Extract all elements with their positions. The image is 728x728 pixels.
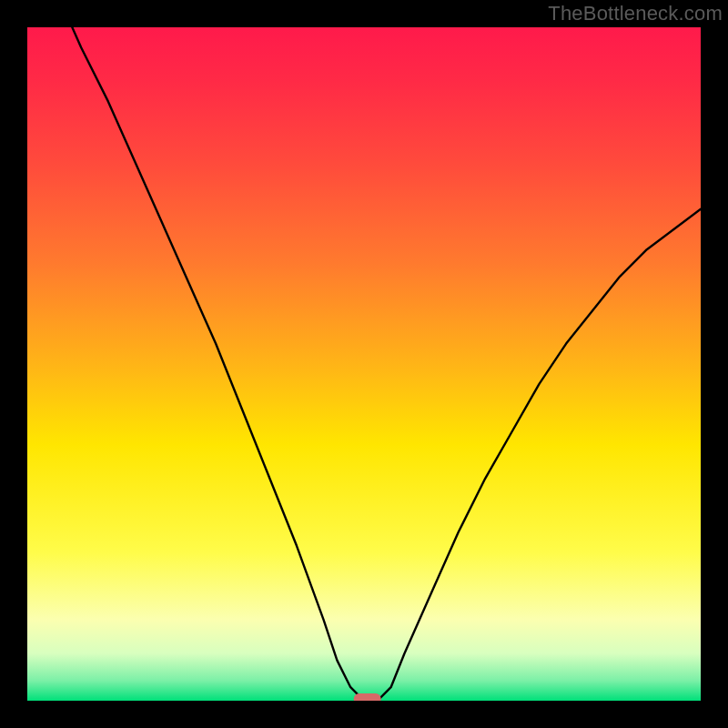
chart-svg <box>27 27 701 701</box>
background-rect <box>27 27 701 701</box>
plot-area <box>27 27 701 701</box>
chart-frame: TheBottleneck.com <box>0 0 728 728</box>
watermark-text: TheBottleneck.com <box>548 2 723 25</box>
optimal-marker <box>354 693 381 701</box>
